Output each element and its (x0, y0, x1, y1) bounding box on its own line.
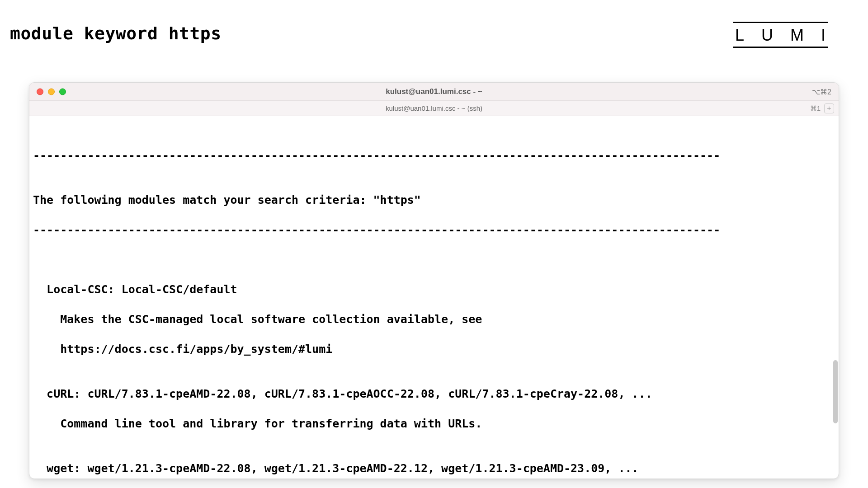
lumi-logo: L U M I (733, 22, 828, 48)
terminal-window: kulust@uan01.lumi.csc - ~ ⌥⌘2 kulust@uan… (29, 82, 839, 479)
terminal-line: Local-CSC: Local-CSC/default (33, 282, 835, 297)
terminal-line: Makes the CSC-managed local software col… (33, 312, 835, 327)
new-tab-button[interactable]: + (824, 103, 834, 113)
terminal-line: ----------------------------------------… (33, 148, 835, 163)
window-shortcut: ⌥⌘2 (812, 87, 831, 96)
terminal-line: ----------------------------------------… (33, 222, 835, 237)
logo-letter: U (761, 26, 774, 45)
close-icon[interactable] (37, 88, 43, 95)
terminal-line: Command line tool and library for transf… (33, 416, 835, 431)
slide-title: module keyword https (10, 23, 222, 43)
window-titlebar[interactable]: kulust@uan01.lumi.csc - ~ ⌥⌘2 (29, 83, 839, 101)
zoom-icon[interactable] (59, 88, 66, 95)
tab-shortcut: ⌘1 (810, 104, 821, 113)
terminal-line: cURL: cURL/7.83.1-cpeAMD-22.08, cURL/7.8… (33, 386, 835, 401)
window-title: kulust@uan01.lumi.csc - ~ (386, 87, 482, 96)
tab-title[interactable]: kulust@uan01.lumi.csc - ~ (ssh) (386, 104, 482, 112)
terminal-line: https://docs.csc.fi/apps/by_system/#lumi (33, 342, 835, 357)
minimize-icon[interactable] (48, 88, 55, 95)
terminal-line: wget: wget/1.21.3-cpeAMD-22.08, wget/1.2… (33, 461, 835, 476)
logo-letter: I (821, 26, 826, 45)
scrollbar-thumb[interactable] (833, 360, 838, 423)
logo-letter: L (735, 26, 745, 45)
tab-bar: kulust@uan01.lumi.csc - ~ (ssh) ⌘1 + (29, 101, 839, 116)
window-controls (37, 88, 66, 95)
terminal-output[interactable]: ----------------------------------------… (29, 116, 839, 479)
logo-letter: M (790, 26, 805, 45)
terminal-line: The following modules match your search … (33, 192, 835, 207)
